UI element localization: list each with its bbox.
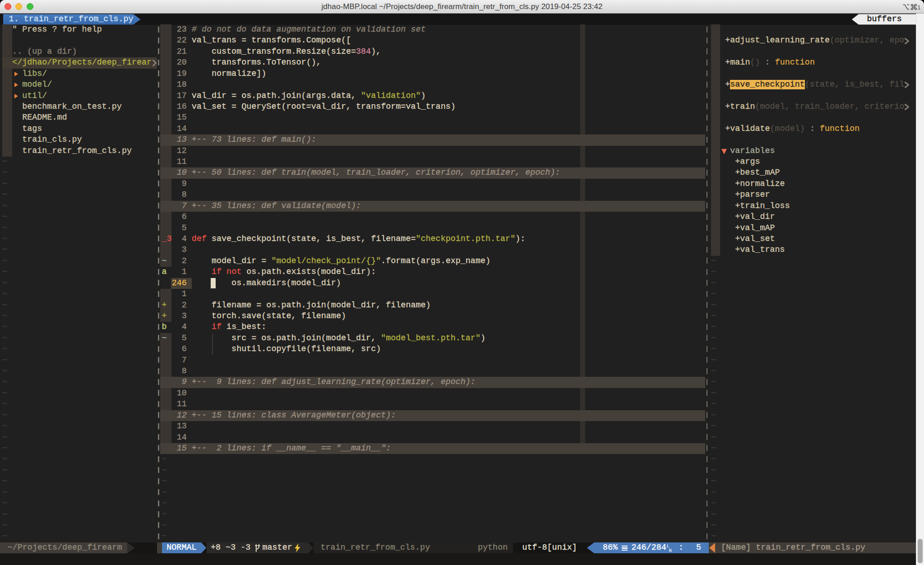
svg-text:1: 1 (917, 4, 921, 11)
